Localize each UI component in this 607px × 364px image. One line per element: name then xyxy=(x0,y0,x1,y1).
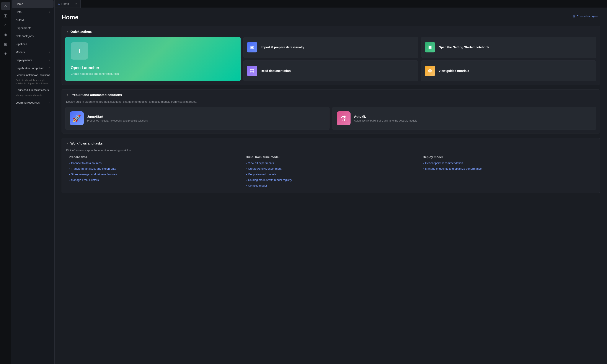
get-pretrained-link[interactable]: Get pretrained models xyxy=(246,173,416,177)
icon-sidebar-home[interactable]: ⌂ xyxy=(1,2,10,10)
nav-subitem-models-notebooks[interactable]: Models, notebooks, solutions xyxy=(12,72,53,78)
quick-actions-section: ▼ Quick actions + Open Launcher Create n… xyxy=(62,26,600,85)
chevron-down-icon: › xyxy=(49,11,50,13)
page-header: Home ⊞ Customize layout xyxy=(62,14,600,21)
solutions-grid: 🚀 JumpStart Pretrained models, notebooks… xyxy=(62,107,600,133)
docs-icon-box: ▤ xyxy=(247,66,257,76)
jumpstart-card[interactable]: 🚀 JumpStart Pretrained models, notebooks… xyxy=(65,107,330,130)
nav-item-learning[interactable]: Learning resources › xyxy=(12,99,53,106)
workflows-section: ▼ Workflows and tasks Kick off a new ste… xyxy=(62,138,600,193)
nav-subitem-models-description: Pretrained models, example notebooks, & … xyxy=(11,78,54,87)
nav-item-deployments[interactable]: Deployments › xyxy=(12,56,53,64)
import-data-icon-box: ◉ xyxy=(247,42,257,52)
tab-home[interactable]: ⌂ Home ✕ xyxy=(55,0,81,8)
chevron-down-icon: › xyxy=(49,59,50,61)
nav-item-jumpstart[interactable]: SageMaker JumpStart ⌃ xyxy=(12,64,53,72)
guided-tutorials-card[interactable]: ◎ View guided tutorials xyxy=(421,60,596,81)
plus-icon: + xyxy=(77,46,82,56)
tutorials-icon-box: ◎ xyxy=(425,66,435,76)
workflows-grid: Prepare data Connect to data sources Tra… xyxy=(62,155,600,193)
prebuilt-solutions-header[interactable]: ▼ Prebuilt and automated solutions xyxy=(62,90,600,100)
endpoint-recommendation-link[interactable]: Get endpoint recommendation xyxy=(423,161,593,165)
jumpstart-icon-box: 🚀 xyxy=(70,111,84,125)
nav-item-pipelines[interactable]: Pipelines xyxy=(12,40,53,48)
transform-analyze-link[interactable]: Transform, analyze, and export data xyxy=(69,167,239,171)
manage-emr-link[interactable]: Manage EMR clusters xyxy=(69,178,239,182)
icon-sidebar-automl[interactable]: ○ xyxy=(1,21,10,29)
tab-close-button[interactable]: ✕ xyxy=(75,3,77,5)
chevron-down-icon: › xyxy=(49,51,50,53)
connect-data-sources-link[interactable]: Connect to data sources xyxy=(69,161,239,165)
icon-sidebar-data[interactable]: ◫ xyxy=(1,11,10,20)
deploy-model-column: Deploy model Get endpoint recommendation… xyxy=(419,155,596,189)
build-train-column: Build, train, tune model View all experi… xyxy=(242,155,420,189)
catalog-models-link[interactable]: Catalog models with model registry xyxy=(246,178,416,182)
chevron-down-icon: ▼ xyxy=(66,30,69,33)
open-launcher-card[interactable]: + Open Launcher Create notebooks and oth… xyxy=(65,37,241,81)
customize-layout-button[interactable]: ⊞ Customize layout xyxy=(571,14,600,19)
content-area: Home ⊞ Customize layout ▼ Quick actions … xyxy=(55,8,607,364)
tab-bar: ⌂ Home ✕ xyxy=(55,0,607,8)
chevron-down-icon: › xyxy=(49,101,50,104)
nav-subitem-launched-description: Manage launched assets xyxy=(11,93,54,99)
workflows-header[interactable]: ▼ Workflows and tasks xyxy=(62,138,600,149)
graduation-icon: ◎ xyxy=(428,68,432,74)
icon-sidebar-pipelines[interactable]: ⊞ xyxy=(1,40,10,49)
view-experiments-link[interactable]: View all experiments xyxy=(246,161,416,165)
page-title: Home xyxy=(62,14,79,21)
manage-endpoints-link[interactable]: Manage endpoints and optimize performanc… xyxy=(423,167,593,171)
getting-started-card[interactable]: ▣ Open the Getting Started notebook xyxy=(421,37,596,58)
nav-sidebar: Home Data › AutoML Experiments Notebook … xyxy=(11,0,55,364)
prepare-data-column: Prepare data Connect to data sources Tra… xyxy=(65,155,242,189)
icon-sidebar: ⌂ ◫ ○ ◈ ⊞ ✦ xyxy=(0,0,11,364)
chevron-up-icon: ⌃ xyxy=(48,67,50,69)
icon-sidebar-plugin[interactable]: ✦ xyxy=(1,49,10,58)
quick-actions-grid: + Open Launcher Create notebooks and oth… xyxy=(62,37,600,85)
store-manage-link[interactable]: Store, manage, and retrieve features xyxy=(69,173,239,177)
nav-item-models[interactable]: Models › xyxy=(12,48,53,56)
customize-layout-icon: ⊞ xyxy=(573,15,575,18)
flask-icon: ⚗ xyxy=(341,114,347,122)
nav-item-experiments[interactable]: Experiments xyxy=(12,24,53,32)
quick-actions-header[interactable]: ▼ Quick actions xyxy=(62,26,600,37)
main-area: ⌂ Home ✕ Home ⊞ Customize layout ▼ Quick… xyxy=(55,0,607,364)
import-data-card[interactable]: ◉ Import & prepare data visually xyxy=(243,37,419,58)
automl-icon-box: ⚗ xyxy=(337,111,351,125)
automl-card[interactable]: ⚗ AutoML Automatically build, train, and… xyxy=(332,107,596,130)
rocket-icon: 🚀 xyxy=(72,114,81,122)
chevron-down-icon: ▼ xyxy=(66,142,69,145)
notebook-icon: ▣ xyxy=(428,44,432,50)
open-launcher-icon-box: + xyxy=(71,42,88,60)
create-automl-link[interactable]: Create AutoML experiment xyxy=(246,167,416,171)
nav-item-data[interactable]: Data › xyxy=(12,8,53,16)
workflows-description: Kick off a new step in the machine learn… xyxy=(62,149,600,155)
prebuilt-description: Deploy built-in algorithms, pre-built so… xyxy=(62,100,600,107)
read-docs-card[interactable]: ▤ Read documentation xyxy=(243,60,419,81)
database-icon: ◉ xyxy=(250,44,254,50)
prebuilt-solutions-section: ▼ Prebuilt and automated solutions Deplo… xyxy=(62,89,600,133)
compile-model-link[interactable]: Compile model xyxy=(246,184,416,188)
nav-item-automl[interactable]: AutoML xyxy=(12,16,53,24)
icon-sidebar-experiments[interactable]: ◈ xyxy=(1,30,10,39)
getting-started-icon-box: ▣ xyxy=(425,42,435,52)
nav-subitem-launched-assets[interactable]: Launched JumpStart assets xyxy=(12,87,53,93)
home-tab-icon: ⌂ xyxy=(58,2,60,5)
nav-item-notebook-jobs[interactable]: Notebook jobs xyxy=(12,32,53,40)
nav-item-home[interactable]: Home xyxy=(12,0,53,8)
book-icon: ▤ xyxy=(250,68,254,74)
chevron-down-icon: ▼ xyxy=(66,93,69,96)
